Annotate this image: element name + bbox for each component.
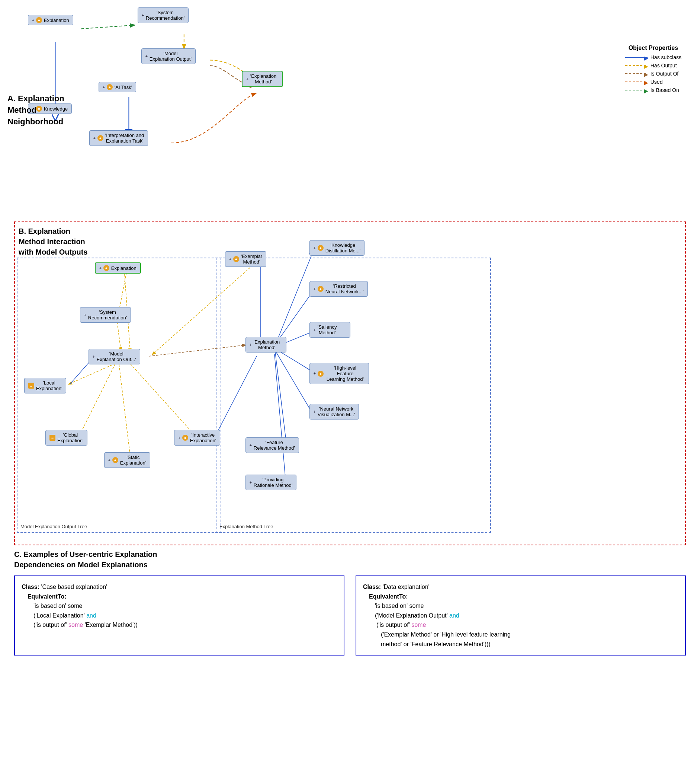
node-label: 'StaticExplanation' bbox=[120, 454, 146, 466]
node-system-rec-a[interactable]: + 'SystemRecommendation' bbox=[138, 7, 189, 23]
node-icon: ● bbox=[36, 17, 42, 23]
node-local-exp-b[interactable]: ≡ 'LocalExplanation' bbox=[24, 378, 66, 393]
legend-title: Object Properties bbox=[625, 45, 682, 52]
node-plus-icon: + bbox=[314, 328, 316, 332]
node-label: 'FeatureRelevance Method' bbox=[254, 440, 295, 451]
node-label: 'KnowledgeDistillation Me...' bbox=[325, 242, 360, 253]
node-plus-icon: + bbox=[93, 355, 95, 359]
legend-label: Has subclass bbox=[650, 54, 682, 60]
class-label-1: Class: bbox=[22, 584, 40, 590]
node-exp-method-b[interactable]: + 'ExplanationMethod' bbox=[245, 337, 286, 353]
def-box-data-explanation: Class: 'Data explanation' EquivalentTo: … bbox=[356, 575, 686, 655]
node-explanation-b[interactable]: + ● Explanation bbox=[95, 263, 141, 274]
node-label: 'ModelExplanation Output' bbox=[149, 51, 192, 62]
node-interactive-b[interactable]: + ● 'InteractiveExplanation' bbox=[174, 430, 220, 446]
node-plus-icon: + bbox=[250, 343, 252, 347]
node-icon: ● bbox=[182, 435, 188, 441]
node-plus-icon: + bbox=[99, 266, 101, 270]
svg-line-0 bbox=[81, 25, 134, 29]
node-explanation-a[interactable]: + ● Explanation bbox=[28, 15, 73, 25]
section-a-arrows bbox=[4, 4, 696, 220]
node-model-exp-out-b[interactable]: + 'ModelExplanation Out...' bbox=[88, 349, 140, 364]
node-plus-icon: + bbox=[229, 257, 231, 261]
def-box-case-based: Class: 'Case based explanation' Equivale… bbox=[14, 575, 344, 655]
equiv-label-2: EquivalentTo: bbox=[369, 593, 408, 600]
node-icon-square: ≡ bbox=[50, 435, 55, 441]
node-highlevel-b[interactable]: + ● 'High-level FeatureLearning Method' bbox=[309, 363, 369, 384]
node-label: 'GlobalExplanation' bbox=[57, 432, 83, 443]
node-interp-exp-task-a[interactable]: + ● 'Interpretation andExplanation Task' bbox=[89, 130, 148, 146]
node-plus-icon: + bbox=[142, 13, 144, 18]
node-label: Explanation bbox=[44, 18, 69, 23]
legend-item-is-based-on: ▶ Is Based On bbox=[625, 87, 682, 93]
node-plus-icon: + bbox=[314, 371, 316, 376]
node-plus-icon: + bbox=[93, 136, 96, 140]
node-plus-icon: + bbox=[146, 54, 148, 58]
node-plus-icon: + bbox=[314, 410, 316, 414]
node-plus-icon: + bbox=[250, 443, 252, 447]
node-global-exp-b[interactable]: ≡ 'GlobalExplanation' bbox=[45, 430, 88, 446]
section-c-label: C. Examples of User-centric ExplanationD… bbox=[14, 549, 686, 570]
node-static-exp-b[interactable]: + ● 'StaticExplanation' bbox=[104, 452, 150, 468]
node-icon: ● bbox=[112, 457, 118, 463]
section-c-boxes: Class: 'Case based explanation' Equivale… bbox=[14, 575, 686, 655]
node-label: 'ExemplarMethod' bbox=[241, 253, 262, 264]
node-neural-viz-b[interactable]: + 'Neural NetworkVisualization M...' bbox=[309, 404, 359, 419]
sub-box-model-exp-output-tree: Model Explanation Output Tree bbox=[17, 258, 221, 533]
node-plus-icon: + bbox=[314, 246, 316, 250]
section-a-label: A. ExplanationMethodNeighborhood bbox=[7, 93, 64, 127]
node-icon: ● bbox=[233, 256, 239, 262]
node-system-rec-b[interactable]: + 'SystemRecommendation' bbox=[80, 307, 131, 323]
cyan-text-1: and bbox=[86, 612, 96, 619]
node-icon: ● bbox=[98, 135, 103, 141]
node-ai-task-a[interactable]: + ● 'AI Task' bbox=[99, 82, 136, 92]
node-label: 'Neural NetworkVisualization M...' bbox=[318, 406, 355, 417]
legend-item-has-subclass: ▶ Has subclass bbox=[625, 54, 682, 60]
legend-label: Is Based On bbox=[650, 87, 679, 93]
legend-item-has-output: ▶ Has Output bbox=[625, 63, 682, 68]
sub-box-left-label: Model Explanation Output Tree bbox=[20, 524, 87, 529]
legend-item-is-output-of: ▶ Is Output Of bbox=[625, 71, 682, 77]
node-feature-rel-b[interactable]: + 'FeatureRelevance Method' bbox=[245, 437, 299, 453]
node-label: 'SystemRecommendation' bbox=[88, 309, 127, 321]
node-icon: ● bbox=[318, 371, 323, 377]
legend-item-used: ▶ Used bbox=[625, 79, 682, 85]
node-exemplar-method-b[interactable]: + ● 'ExemplarMethod' bbox=[225, 251, 266, 267]
node-icon-square: ≡ bbox=[28, 383, 34, 389]
node-label: 'High-level FeatureLearning Method' bbox=[325, 365, 365, 382]
class-label-2: Class: bbox=[363, 584, 381, 590]
pink-text-1: some bbox=[68, 622, 83, 628]
node-icon: ● bbox=[107, 84, 113, 90]
node-model-exp-out-a[interactable]: + 'ModelExplanation Output' bbox=[141, 48, 196, 64]
pink-text-2: some bbox=[411, 622, 426, 628]
node-label: Explanation bbox=[111, 265, 136, 271]
legend-label: Has Output bbox=[650, 63, 677, 68]
node-plus-icon: + bbox=[314, 287, 316, 291]
node-plus-icon: + bbox=[246, 77, 249, 81]
node-label: 'RestrictedNeural Network...' bbox=[325, 283, 364, 294]
node-plus-icon: + bbox=[108, 458, 111, 462]
legend-label: Is Output Of bbox=[650, 71, 678, 77]
main-container: + ● Explanation + 'SystemRecommendation'… bbox=[0, 0, 700, 775]
node-restricted-nn-b[interactable]: + ● 'RestrictedNeural Network...' bbox=[309, 281, 368, 297]
node-icon: ● bbox=[103, 265, 109, 271]
node-saliency-b[interactable]: + 'SaliencyMethod' bbox=[309, 322, 350, 338]
sub-box-exp-method-tree: Explanation Method Tree bbox=[216, 258, 491, 533]
cyan-text-2: and bbox=[449, 612, 459, 619]
node-knowledge-dist-b[interactable]: + ● 'KnowledgeDistillation Me...' bbox=[309, 240, 365, 256]
node-label: 'SystemRecommendation' bbox=[146, 10, 184, 21]
node-label: 'ExplanationMethod' bbox=[250, 73, 276, 85]
section-b-label: B. ExplanationMethod Interactionwith Mod… bbox=[18, 226, 88, 257]
node-providing-rat-b[interactable]: + 'ProvidingRationale Method' bbox=[245, 475, 297, 490]
section-b: B. ExplanationMethod Interactionwith Mod… bbox=[14, 221, 686, 545]
object-properties-legend: Object Properties ▶ Has subclass ▶ Has O… bbox=[622, 41, 685, 99]
node-label: 'AI Task' bbox=[114, 85, 132, 90]
node-label: 'InteractiveExplanation' bbox=[190, 432, 216, 443]
node-label: 'ExplanationMethod' bbox=[254, 339, 280, 350]
node-exp-method-a[interactable]: + 'ExplanationMethod' bbox=[242, 71, 283, 87]
node-icon: ● bbox=[318, 286, 323, 292]
node-label: 'Interpretation andExplanation Task' bbox=[105, 133, 144, 144]
node-label: 'SaliencyMethod' bbox=[318, 324, 337, 335]
node-plus-icon: + bbox=[32, 18, 34, 22]
section-a: + ● Explanation + 'SystemRecommendation'… bbox=[4, 4, 696, 220]
